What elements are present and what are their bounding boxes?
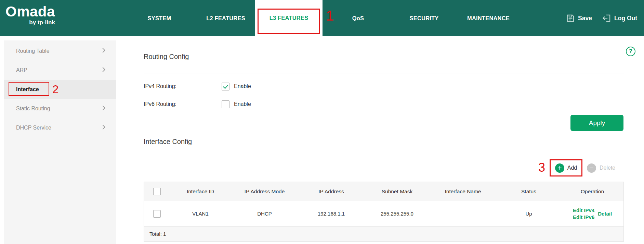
annotation-number-2: 2 <box>52 83 58 96</box>
detail-link[interactable]: Detail <box>598 211 612 217</box>
nav-tab-security[interactable]: SECURITY <box>409 0 438 36</box>
ipv6-routing-row: IPv6 Routing: Enable <box>144 100 251 108</box>
sidebar-item-static-routing[interactable]: Static Routing <box>4 99 116 118</box>
ipv4-enable-label: Enable <box>234 83 251 89</box>
edit-ipv6-link[interactable]: Edit IPv6 <box>573 214 594 221</box>
table-total: Total: 1 <box>144 231 166 237</box>
apply-button[interactable]: Apply <box>570 115 623 131</box>
logout-icon <box>602 14 611 23</box>
col-interface-name: Interface Name <box>430 188 496 195</box>
annotation-box-2 <box>9 82 49 96</box>
sidebar-item-arp[interactable]: ARP <box>4 61 116 80</box>
ipv4-routing-label: IPv4 Routing: <box>144 83 222 89</box>
interface-table: Interface ID IP Address Mode IP Address … <box>144 182 624 242</box>
brand-name: Omada <box>5 3 55 20</box>
save-label: Save <box>578 15 592 22</box>
page: Omada by tp-link SYSTEM L2 FEATURES L3 F… <box>0 0 644 244</box>
divider <box>144 73 624 73</box>
annotation-number-1: 1 <box>326 8 334 24</box>
cell-ip-address: 192.168.1.1 <box>298 211 365 217</box>
col-status: Status <box>496 188 561 195</box>
ipv4-routing-row: IPv4 Routing: Enable <box>144 82 251 90</box>
col-operation: Operation <box>561 188 623 195</box>
chevron-right-icon <box>101 48 105 53</box>
edit-ipv4-link[interactable]: Edit IPv4 <box>573 207 594 214</box>
col-subnet-mask: Subnet Mask <box>365 188 430 195</box>
sidebar-item-label: Static Routing <box>16 106 50 112</box>
divider <box>144 152 624 152</box>
col-ip-address: IP Address <box>298 188 365 195</box>
sidebar-item-label: ARP <box>16 67 27 73</box>
nav-tab-system[interactable]: SYSTEM <box>147 0 171 36</box>
table-header-row: Interface ID IP Address Mode IP Address … <box>144 182 623 201</box>
nav-tab-qos[interactable]: QoS <box>352 0 364 36</box>
cell-interface-id: VLAN1 <box>170 211 231 217</box>
main-content: ? Routing Config IPv4 Routing: Enable IP… <box>116 36 644 244</box>
sidebar-item-label: DHCP Service <box>16 125 51 131</box>
delete-label: Delete <box>600 165 615 171</box>
help-icon[interactable]: ? <box>626 47 635 56</box>
nav-tab-l3-features[interactable]: L3 FEATURES <box>255 0 323 40</box>
ipv6-enable-checkbox[interactable] <box>222 100 229 108</box>
sidebar-item-label: Routing Table <box>16 48 50 54</box>
nav-tab-l2-features[interactable]: L2 FEATURES <box>206 0 245 36</box>
routing-config-title: Routing Config <box>144 53 189 61</box>
cell-operation: Edit IPv4 Edit IPv6 Detail <box>561 207 623 221</box>
cell-subnet-mask: 255.255.255.0 <box>365 211 430 217</box>
brand-byline: by tp-link <box>5 19 55 26</box>
sidebar-item-dhcp-service[interactable]: DHCP Service <box>4 118 116 137</box>
save-button[interactable]: Save <box>566 0 592 36</box>
delete-button[interactable]: − Delete <box>587 159 615 176</box>
chevron-right-icon <box>101 67 105 72</box>
select-all-checkbox[interactable] <box>153 188 161 195</box>
col-ip-address-mode: IP Address Mode <box>231 188 298 195</box>
top-navbar: Omada by tp-link SYSTEM L2 FEATURES L3 F… <box>0 0 644 36</box>
minus-icon: − <box>587 163 596 173</box>
add-label: Add <box>567 165 577 171</box>
edit-links: Edit IPv4 Edit IPv6 <box>573 207 594 221</box>
cell-ip-address-mode: DHCP <box>231 211 298 217</box>
row-select-cell <box>144 210 170 218</box>
ipv6-enable-label: Enable <box>234 101 251 107</box>
nav-tab-maintenance[interactable]: MAINTENANCE <box>467 0 510 36</box>
interface-config-title: Interface Config <box>144 138 192 146</box>
sidebar: Routing Table ARP Interface 2 Static Rou… <box>4 40 116 244</box>
ipv4-enable-checkbox[interactable] <box>222 83 229 90</box>
save-icon <box>566 14 575 23</box>
select-all-cell <box>144 188 170 195</box>
annotation-number-3: 3 <box>538 160 545 175</box>
logout-label: Log Out <box>614 15 637 22</box>
plus-icon: + <box>555 163 564 173</box>
table-row: VLAN1 DHCP 192.168.1.1 255.255.255.0 Up … <box>144 201 623 226</box>
omada-logo: Omada by tp-link <box>5 3 55 26</box>
chevron-right-icon <box>101 106 105 110</box>
sidebar-item-interface[interactable]: Interface 2 <box>4 80 116 99</box>
col-interface-id: Interface ID <box>170 188 231 195</box>
add-button[interactable]: + Add <box>550 159 582 176</box>
annotation-box-1 <box>258 9 320 34</box>
cell-status: Up <box>496 211 561 217</box>
ipv6-routing-label: IPv6 Routing: <box>144 101 222 107</box>
row-checkbox[interactable] <box>153 210 161 218</box>
chevron-right-icon <box>101 125 105 130</box>
sidebar-item-routing-table[interactable]: Routing Table <box>4 41 116 61</box>
logout-button[interactable]: Log Out <box>602 0 637 36</box>
table-footer: Total: 1 <box>144 226 623 241</box>
